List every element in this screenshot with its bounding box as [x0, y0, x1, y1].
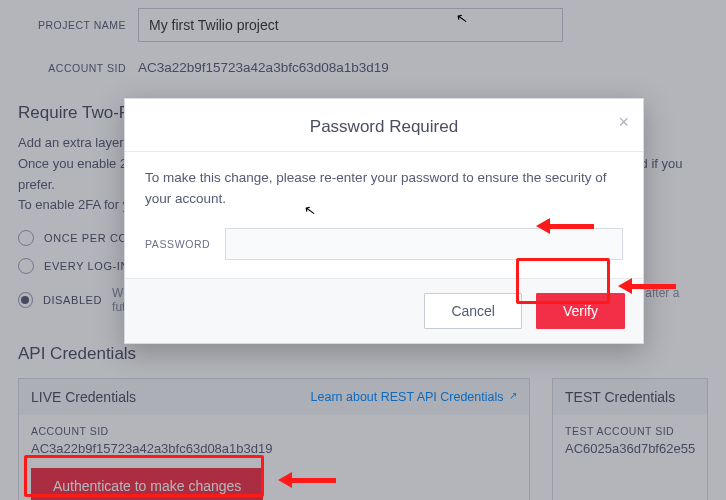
modal-title: Password Required: [310, 117, 458, 136]
modal-header: Password Required ×: [125, 99, 643, 152]
cancel-button[interactable]: Cancel: [424, 293, 522, 329]
password-required-modal: Password Required × To make this change,…: [124, 98, 644, 344]
modal-password-label: PASSWORD: [145, 238, 225, 250]
close-icon[interactable]: ×: [618, 113, 629, 131]
modal-password-row: PASSWORD: [145, 228, 623, 260]
modal-password-input[interactable]: [225, 228, 623, 260]
modal-message: To make this change, please re-enter you…: [145, 168, 623, 210]
modal-footer: Cancel Verify: [125, 278, 643, 343]
verify-button[interactable]: Verify: [536, 293, 625, 329]
modal-body: To make this change, please re-enter you…: [125, 152, 643, 278]
